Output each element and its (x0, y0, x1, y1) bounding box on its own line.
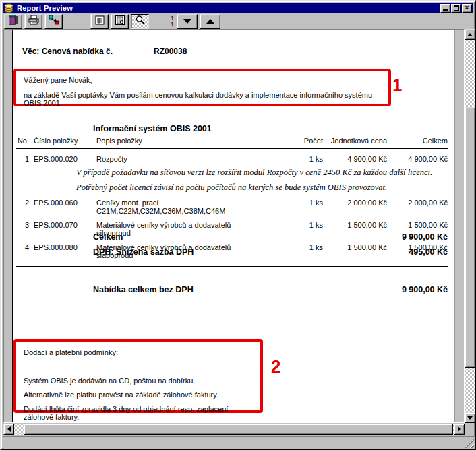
vertical-scrollbar[interactable] (465, 29, 475, 423)
scroll-down-button[interactable] (465, 412, 475, 423)
report-preview-window: Report Preview × (0, 0, 476, 450)
status-bar (3, 436, 475, 449)
printer-icon (28, 15, 40, 28)
vertical-scroll-thumb[interactable] (465, 107, 475, 368)
table-note: Potřebný počet licencí závisí na počtu p… (76, 183, 448, 193)
cell-code: EPS.000.060 (29, 199, 88, 215)
table-title: Informační systém OBIS 2001 (93, 124, 212, 133)
page-preview-icon (115, 15, 125, 28)
cell-total: 2 000,00 Kč (387, 199, 448, 215)
header-qty: Počet (266, 137, 323, 145)
magnifier-icon (135, 15, 146, 28)
cell-no: 2 (16, 199, 29, 215)
total-row-celkem: Celkem 9 900,00 Kč (16, 232, 448, 242)
totals-section: Celkem 9 900,00 Kč DPH: Snížená sazba DP… (16, 232, 448, 257)
scroll-right-icon (458, 426, 461, 432)
minimize-button[interactable] (440, 4, 450, 13)
page-indicator: 1 1 (159, 15, 177, 28)
header-no: No. (16, 137, 29, 145)
subject-line: Věc: Cenová nabídka č. RZ00038 (22, 46, 113, 56)
close-button[interactable]: × (462, 4, 472, 13)
annotation-number-1: 1 (392, 76, 402, 94)
maximize-button[interactable] (451, 4, 461, 13)
cell-no: 1 (16, 155, 29, 163)
annotation-box-1: Vážený pane Novák, na základě Vaší poptá… (13, 69, 391, 106)
exit-button[interactable] (4, 14, 22, 29)
titlebar[interactable]: Report Preview × (3, 3, 473, 13)
maximize-icon (454, 5, 459, 11)
scroll-up-icon (467, 33, 473, 36)
scroll-down-icon (467, 416, 473, 420)
header-code: Číslo položky (29, 137, 88, 145)
exit-door-icon (7, 15, 20, 28)
page-preview-button[interactable] (111, 14, 129, 29)
header-desc: Popis položky (88, 137, 266, 145)
total-row-grand: Nabídka celkem bez DPH 9 900,00 Kč (16, 285, 448, 294)
cell-qty: 1 ks (266, 155, 323, 163)
total-value: 9 900,00 Kč (402, 285, 448, 294)
export-button[interactable] (44, 14, 63, 29)
resize-grip-icon[interactable] (465, 439, 474, 448)
prev-page-button[interactable] (200, 14, 220, 29)
cell-total: 4 900,00 Kč (387, 155, 448, 163)
total-label: Nabídka celkem bez DPH (93, 285, 194, 294)
report-grid-icon (94, 15, 105, 28)
total-label: DPH: Snížená sazba DPH (93, 247, 194, 257)
horizontal-scroll-track[interactable] (14, 424, 454, 435)
vertical-scroll-track[interactable] (465, 40, 475, 412)
horizontal-scroll-thumb[interactable] (24, 424, 453, 435)
total-label: Celkem (93, 232, 123, 242)
scroll-right-button[interactable] (454, 424, 465, 435)
cell-unit: 4 900,00 Kč (323, 155, 387, 163)
table-row: 2 EPS.000.060 Ceníky mont. prací C21M,C2… (16, 199, 448, 215)
next-page-button[interactable] (177, 14, 198, 29)
toolbar: 1 1 (3, 13, 473, 29)
annotation-number-2: 2 (271, 358, 280, 375)
header-unit: Jednotková cena (323, 137, 387, 145)
close-icon: × (465, 5, 469, 11)
minimize-icon (443, 9, 448, 11)
total-value: 9 900,00 Kč (402, 232, 448, 242)
table-bottom-rule (16, 266, 448, 267)
page-total: 1 (171, 22, 174, 28)
export-icon (48, 15, 60, 28)
scroll-up-button[interactable] (465, 29, 475, 40)
zoom-button[interactable] (131, 14, 149, 29)
subject-label: Věc: Cenová nabídka č. (22, 46, 113, 56)
cell-desc: Rozpočty (88, 155, 266, 163)
cell-desc: Ceníky mont. prací C21M,C22M,C32M,C36M,C… (88, 199, 266, 215)
cell-qty: 1 ks (266, 199, 323, 215)
print-button[interactable] (24, 14, 42, 29)
arrow-down-icon (183, 19, 191, 24)
arrow-up-icon (206, 19, 214, 24)
annotation-box-2: Dodací a platební podmínky: Systém OBIS … (13, 339, 263, 413)
preview-viewport: Věc: Cenová nabídka č. RZ00038 Vážený pa… (3, 29, 465, 423)
scroll-left-button[interactable] (3, 424, 14, 435)
table-header-row: No. Číslo položky Popis položky Počet Je… (16, 137, 448, 149)
table-row: 1 EPS.000.020 Rozpočty 1 ks 4 900,00 Kč … (16, 155, 448, 163)
terms-line: Alternativně lze platbu provést na zákla… (24, 391, 253, 399)
total-row-dph: DPH: Snížená sazba DPH 495,00 Kč (16, 247, 448, 257)
greeting-line: na základě Vaší poptávky Vám posílám cen… (24, 91, 381, 107)
page-layout-button[interactable] (90, 14, 109, 29)
terms-line: Systém OBIS je dodáván na CD, poštou na … (24, 377, 253, 385)
table-note: V případě požadavku na síťovou verzi lze… (76, 168, 448, 178)
greeting-line: Vážený pane Novák, (24, 76, 381, 84)
horizontal-scrollbar[interactable] (3, 424, 465, 435)
terms-heading: Dodací a platební podmínky: (24, 348, 253, 356)
header-total: Celkem (387, 137, 448, 145)
grand-total-section: Nabídka celkem bez DPH 9 900,00 Kč (16, 285, 448, 294)
cell-unit: 2 000,00 Kč (323, 199, 387, 215)
document-page: Věc: Cenová nabídka č. RZ00038 Vážený pa… (12, 30, 455, 423)
total-value: 495,00 Kč (409, 247, 448, 257)
quote-number: RZ00038 (154, 46, 187, 56)
terms-line: Dodácí lhůta činí zpravidla 3 dny od obj… (24, 405, 253, 421)
window-title: Report Preview (17, 4, 440, 12)
scroll-left-icon (7, 426, 11, 432)
coins-icon (4, 3, 15, 13)
cell-code: EPS.000.020 (29, 155, 88, 163)
